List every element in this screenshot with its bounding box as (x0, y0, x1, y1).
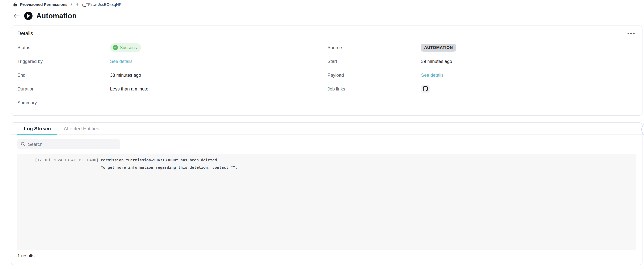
start-value: 39 minutes ago (421, 59, 636, 64)
check-circle-icon: ✓ (113, 45, 118, 50)
status-badge-label: Success (120, 45, 137, 50)
triggered-by-label: Triggered by (18, 59, 110, 64)
detail-row-status-source: Status ✓ Success Source AUTOMATION (18, 41, 636, 54)
page-header: Automation (13, 12, 76, 20)
ellipsis-menu-button[interactable] (626, 31, 636, 36)
status-badge: ✓ Success (110, 43, 141, 52)
page-title: Automation (36, 12, 76, 20)
details-card-title: Details (18, 31, 33, 36)
github-icon (422, 86, 428, 92)
tab-log-stream[interactable]: Log Stream (18, 123, 57, 134)
start-label: Start (328, 59, 421, 64)
tab-affected-entities[interactable]: Affected Entities (57, 123, 106, 134)
summary-label: Summary (18, 100, 110, 105)
log-card: Log Stream Affected Entities 1 [17 Jul 2… (11, 122, 642, 265)
lock-icon (13, 2, 18, 7)
tab-bar: Log Stream Affected Entities (11, 123, 642, 135)
payload-see-details-link[interactable]: See details (421, 72, 444, 78)
results-count: 1 results (18, 253, 642, 259)
breadcrumb: Provisioned Permissions / r_TFztwrJxxEO4… (13, 2, 121, 7)
github-link-button[interactable] (421, 85, 430, 93)
end-label: End (18, 72, 110, 78)
duration-label: Duration (18, 86, 110, 92)
source-badge: AUTOMATION (421, 44, 456, 51)
job-links-label: Job links (328, 86, 421, 92)
triggered-by-see-details-link[interactable]: See details (110, 59, 132, 64)
search-input[interactable] (28, 142, 117, 147)
source-label: Source (328, 45, 421, 50)
end-value: 38 minutes ago (110, 72, 328, 78)
status-label: Status (18, 45, 110, 50)
detail-row-summary: Summary (18, 96, 636, 110)
detail-row-end-payload: End 38 minutes ago Payload See details (18, 68, 636, 82)
payload-label: Payload (328, 72, 421, 78)
search-icon (20, 141, 25, 147)
log-timestamp: [17 Jul 2024 13:41:19 -0400] (35, 156, 98, 171)
log-message: Permission "Permission-9967133000" has b… (101, 156, 237, 171)
detail-row-triggered-start: Triggered by See details Start 39 minute… (18, 54, 636, 68)
log-search[interactable] (18, 139, 120, 149)
duration-value: Less than a minute (110, 86, 328, 92)
back-button[interactable] (13, 12, 20, 20)
breadcrumb-root-link[interactable]: Provisioned Permissions (20, 2, 68, 7)
breadcrumb-current: r_TFztwrJxxEO4xqNF (82, 2, 122, 7)
lightning-icon (76, 2, 80, 7)
log-stream-viewer[interactable]: 1 [17 Jul 2024 13:41:19 -0400] Permissio… (17, 154, 636, 250)
log-line: 1 [17 Jul 2024 13:41:19 -0400] Permissio… (17, 156, 636, 171)
details-card: Details Status ✓ Success Source AUTOMATI… (11, 25, 642, 116)
automation-play-icon (24, 12, 32, 20)
detail-row-duration-joblinks: Duration Less than a minute Job links (18, 82, 636, 96)
breadcrumb-separator: / (70, 2, 73, 7)
log-line-number: 1 (22, 156, 30, 171)
